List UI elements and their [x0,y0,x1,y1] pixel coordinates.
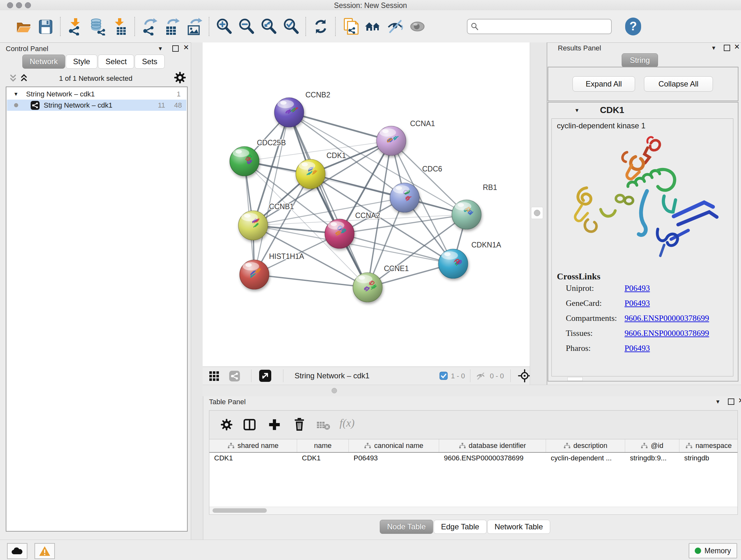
results-scrollbar-thumb[interactable] [567,377,583,381]
column-header-databaseidentifier[interactable]: database identifier [439,439,546,452]
table-panel-float-button[interactable] [728,398,734,405]
network-collection-row[interactable]: ▼ String Network – cdk1 1 [7,88,186,100]
crosslink-link[interactable]: P06493 [624,284,650,293]
control-panel-collapse-icon[interactable]: ▼ [158,46,163,52]
status-bar: Memory [0,540,741,560]
table-cell[interactable]: stringdb:9... [625,452,679,464]
import-table-button[interactable] [109,16,131,37]
left-splitter[interactable] [191,43,203,540]
tab-node-table[interactable]: Node Table [380,520,433,534]
duplicate-network-view-button[interactable] [339,16,361,37]
column-header-id[interactable]: @id [625,439,679,452]
table-cell[interactable]: P06493 [349,452,439,464]
control-panel-close-button[interactable]: ✕ [183,44,189,52]
table-cell[interactable]: 9606.ENSP00000378699 [439,452,546,464]
tab-select[interactable]: Select [98,55,134,69]
show-columns-icon[interactable] [243,418,256,431]
crosslink-label: Pharos: [566,344,591,353]
search-input[interactable] [479,22,602,31]
network-node-CDC25B[interactable]: CDC25B [230,138,286,176]
table-hscrollbar-track[interactable] [209,507,738,514]
network-node-CCNA1[interactable]: CCNA1 [377,119,435,155]
database-icon [89,17,106,36]
crosslink-link[interactable]: 9606.ENSP00000378699 [624,314,709,323]
export-network-button[interactable] [138,16,161,37]
crosslink-link[interactable]: 9606.ENSP00000378699 [624,328,709,338]
delete-table-icon[interactable] [317,421,331,430]
open-file-button[interactable] [12,16,35,37]
control-panel-float-button[interactable] [172,45,179,52]
refresh-view-button[interactable] [310,16,332,37]
export-table-button[interactable] [161,16,183,37]
right-splitter[interactable] [530,43,547,385]
tab-edge-table[interactable]: Edge Table [434,520,487,534]
open-in-new-window-icon[interactable] [259,369,272,382]
save-icon [37,17,54,36]
toolbar-separator [335,17,336,36]
results-panel-close-button[interactable]: ✕ [734,43,740,51]
column-header-sharedname[interactable]: shared name [209,439,297,452]
save-session-button[interactable] [35,16,57,37]
splitter-handle-dot[interactable] [332,388,337,393]
zoom-fit-button[interactable] [258,16,280,37]
network-node-CDK1[interactable]: CDK1 [296,151,346,189]
column-header-name[interactable]: name [297,439,349,452]
network-canvas[interactable]: CCNB2CCNA1CDC25BCDK1CDC6RB1CCNB1CCNA2CDK… [203,43,530,367]
hidden-eye-slash-icon[interactable] [476,371,485,381]
import-network-button[interactable] [64,16,86,37]
help-button[interactable]: ? [625,17,641,36]
tab-sets[interactable]: Sets [135,55,165,69]
table-cell[interactable]: stringdb [679,452,738,464]
expand-tree-chevrons-icon[interactable] [9,74,17,83]
horizontal-splitter[interactable] [203,385,741,396]
column-header-description[interactable]: description [546,439,625,452]
crosslink-link[interactable]: P06493 [624,299,650,308]
table-options-gear-icon[interactable] [221,419,232,430]
zoom-out-button[interactable] [235,16,258,37]
tab-style[interactable]: Style [66,55,97,69]
crosslink-link[interactable]: P06493 [624,344,650,353]
import-network-database-button[interactable] [86,16,109,37]
network-row[interactable]: String Network – cdk1 11 48 [7,100,186,111]
collapse-all-button[interactable]: Collapse All [644,76,713,91]
function-builder-icon[interactable]: f(x) [340,417,354,429]
table-panel-collapse-icon[interactable]: ▼ [715,399,721,405]
home-layout-button[interactable] [361,16,384,37]
table-cell[interactable]: cyclin-dependent ... [546,452,625,464]
grid-view-icon[interactable] [209,371,219,381]
network-options-gear-icon[interactable] [174,72,186,83]
cloud-status-button[interactable] [7,543,27,559]
collapse-tree-chevrons-icon[interactable] [20,74,28,83]
export-image-button[interactable] [183,16,205,37]
add-column-icon[interactable] [268,418,281,431]
tab-network[interactable]: Network [22,55,65,69]
column-header-canonicalname[interactable]: canonical name [349,439,439,452]
warnings-button[interactable] [35,543,55,559]
splitter-handle[interactable] [531,207,543,219]
zoom-in-button[interactable] [213,16,235,37]
network-node-CCNE1[interactable]: CCNE1 [353,264,409,302]
network-node-HIST1H1A[interactable]: HIST1H1A [240,252,305,289]
hide-selected-button[interactable] [384,16,406,37]
table-hscrollbar-thumb[interactable] [212,508,267,513]
delete-column-icon[interactable] [293,418,306,431]
results-panel-collapse-icon[interactable]: ▼ [711,45,717,51]
show-all-button[interactable] [406,16,428,37]
table-cell[interactable]: CDK1 [209,452,297,464]
network-node-CDKN1A[interactable]: CDKN1A [439,241,501,278]
memory-button[interactable]: Memory [689,543,737,558]
expand-all-button[interactable]: Expand All [572,76,635,91]
zoom-selected-button[interactable] [280,16,302,37]
network-node-CCNB1[interactable]: CCNB1 [239,202,294,240]
network-view-share-icon[interactable] [229,370,240,382]
selected-checkbox-icon[interactable] [440,372,448,380]
birds-eye-view-icon[interactable] [518,369,531,382]
tab-network-table[interactable]: Network Table [487,520,550,534]
results-panel-float-button[interactable] [724,45,730,51]
tree-disclosure-icon[interactable]: ▼ [13,91,18,97]
table-panel-close-button[interactable]: ✕ [738,396,741,405]
tab-string[interactable]: String [622,53,658,67]
column-header-namespace[interactable]: namespace [679,439,738,452]
table-cell[interactable]: CDK1 [297,452,349,464]
network-node-RB1[interactable]: RB1 [452,183,497,229]
